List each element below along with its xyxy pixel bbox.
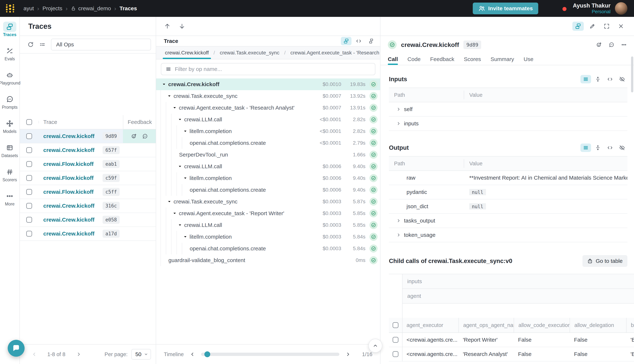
trace-op-link[interactable]: crewai.Crew.kickoff [43, 203, 95, 209]
ops-filter-dropdown[interactable]: All Ops [51, 39, 151, 50]
tree-row[interactable]: crewai.LLM.call$0.00069.40s [156, 160, 380, 172]
table-row[interactable]: crewai.Flow.kickoffc59f [20, 171, 156, 185]
row-checkbox[interactable] [393, 337, 399, 343]
support-chat-button[interactable] [8, 340, 25, 357]
tab-summary[interactable]: Summary [486, 54, 519, 65]
tree-row[interactable]: SerperDevTool._run1.66s [156, 149, 380, 160]
tab-feedback[interactable]: Feedback [425, 54, 459, 65]
next-trace-arrow-down-icon[interactable] [179, 23, 185, 29]
tree-row[interactable]: openai.chat.completions.create$0.00069.4… [156, 184, 380, 196]
tree-row[interactable]: crewai.Task.execute_sync$0.000713.92s [156, 90, 380, 102]
trace-cell[interactable]: crewai.Crew.kickoff316c [39, 202, 123, 210]
row-checkbox[interactable] [26, 175, 32, 181]
timeline-prev-icon[interactable] [190, 352, 195, 357]
eye-off-view-button[interactable] [617, 75, 627, 84]
close-button[interactable] [615, 22, 627, 31]
table-row[interactable]: crewai.Crew.kickoff316c [20, 199, 156, 213]
dots-icon[interactable] [621, 42, 627, 48]
collapse-chevron-icon[interactable] [176, 223, 183, 228]
tree-row[interactable]: litellm.completion<$0.00012.82s [156, 125, 380, 137]
path-tab[interactable]: crewai.Task.execute_sync [218, 46, 281, 59]
path-tab[interactable]: crewai.Crew.kickoff [163, 46, 211, 59]
row-checkbox[interactable] [26, 133, 32, 139]
expand-v-view-button[interactable] [592, 144, 603, 152]
menu-view-button[interactable] [580, 144, 591, 152]
trace-cell[interactable]: crewai.Flow.kickoffc59f [39, 174, 123, 182]
trace-cell[interactable]: crewai.Crew.kickoff9d89 [39, 132, 123, 140]
trace-cell[interactable]: crewai.Crew.kickoff657f [39, 146, 123, 154]
tree-row[interactable]: crewai.LLM.call<$0.00012.82s [156, 114, 380, 125]
previous-trace-arrow-up-icon[interactable] [164, 23, 170, 29]
trace-op-link[interactable]: crewai.Crew.kickoff [43, 133, 95, 139]
column-header-b[interactable]: b [626, 318, 634, 332]
comment-icon[interactable] [142, 134, 148, 139]
column-header-allow_code_execution[interactable]: allow_code_execution [514, 318, 570, 332]
breadcrumb-item-ayut[interactable]: ayut [24, 5, 34, 12]
kv-path-cell[interactable]: token_usage [389, 232, 464, 238]
per-page-select[interactable]: 50 [131, 349, 151, 360]
sidebar-item-evals[interactable]: Evals [0, 46, 20, 70]
sidebar-item-scorers[interactable]: Scorers [0, 167, 20, 191]
user-menu[interactable]: Ayush Thakur Personal [573, 2, 610, 14]
trace-op-link[interactable]: crewai.Crew.kickoff [43, 147, 95, 153]
breadcrumb-item-crewai_demo[interactable]: crewai_demo [71, 5, 111, 12]
trace-cell[interactable]: crewai.Crew.kickoffe058 [39, 216, 123, 224]
expand-v-view-button[interactable] [592, 75, 603, 84]
row-checkbox[interactable] [26, 147, 32, 153]
kv-path-cell[interactable]: self [389, 106, 464, 112]
collapse-chevron-icon[interactable] [166, 199, 173, 204]
go-to-table-button[interactable]: Go to table [582, 255, 627, 267]
kv-path-cell[interactable]: tasks_output [389, 218, 464, 224]
row-checkbox[interactable] [26, 231, 32, 236]
menu-view-button[interactable] [580, 75, 591, 84]
trace-op-link[interactable]: crewai.Crew.kickoff [43, 230, 95, 237]
scroll-to-top-button[interactable] [368, 339, 382, 353]
tab-use[interactable]: Use [519, 54, 538, 65]
select-all-checkbox[interactable] [393, 322, 399, 328]
table-row[interactable]: crewai.Crew.kickoffa17d [20, 227, 156, 241]
tree-row[interactable]: openai.chat.completions.create$0.00035.8… [156, 243, 380, 254]
table-row[interactable]: crewai.Flow.kickoffeab1 [20, 157, 156, 171]
collapse-chevron-icon[interactable] [182, 129, 189, 134]
select-all-checkbox[interactable] [26, 119, 32, 125]
op-name-filter-input[interactable] [175, 66, 371, 72]
trace-op-link[interactable]: crewai.Flow.kickoff [43, 175, 94, 181]
tree-row[interactable]: guardrail-validate_blog_content0ms [156, 254, 380, 266]
code-view-button[interactable] [605, 75, 615, 84]
table-row[interactable]: crewai.Crew.kickoffe058 [20, 213, 156, 227]
path-tab[interactable]: crewai.Agent.execute_task - 'Research An… [288, 46, 380, 59]
emoji-add-icon[interactable] [596, 42, 602, 48]
collapse-chevron-icon[interactable] [182, 176, 189, 180]
next-page-icon[interactable] [76, 352, 82, 357]
filter-rows-icon[interactable] [39, 42, 46, 48]
tree-row[interactable]: crewai.Agent.execute_task - 'Report Writ… [156, 208, 380, 219]
eye-off-view-button[interactable] [617, 144, 627, 152]
comment-icon[interactable] [609, 42, 614, 48]
table-row[interactable]: crewai.Crew.kickoff9d89 [20, 130, 156, 143]
collapse-chevron-icon[interactable] [161, 82, 167, 87]
column-header-agent_executor[interactable]: agent_executor [402, 318, 458, 332]
wandb-logo-icon[interactable] [5, 3, 16, 14]
sidebar-item-prompts[interactable]: Prompts [0, 94, 20, 118]
tab-scores[interactable]: Scores [459, 54, 486, 65]
sidebar-item-playground[interactable]: Playground [0, 70, 20, 94]
scrollbar-thumb[interactable] [631, 56, 633, 92]
timeline-slider-knob[interactable] [204, 351, 210, 357]
row-checkbox[interactable] [393, 351, 399, 357]
trace-op-link[interactable]: crewai.Flow.kickoff [43, 161, 94, 167]
collapse-chevron-icon[interactable] [176, 164, 183, 169]
tab-code[interactable]: Code [403, 54, 425, 65]
pencil-button[interactable] [587, 22, 598, 31]
view-board-button[interactable] [366, 37, 377, 45]
invite-teammates-button[interactable]: Invite teammates [473, 2, 538, 14]
refresh-icon[interactable] [28, 42, 34, 48]
trace-op-link[interactable]: crewai.Crew.kickoff [43, 217, 95, 223]
code-view-button[interactable] [605, 144, 615, 152]
column-header-agent_ops_agent_nan[interactable]: agent_ops_agent_nan [458, 318, 514, 332]
table-row[interactable]: crewai.Crew.kickoff657f [20, 143, 156, 157]
trace-cell[interactable]: crewai.Flow.kickoffc5ff [39, 188, 123, 196]
sidebar-item-datasets[interactable]: Datasets [0, 142, 20, 167]
collapse-chevron-icon[interactable] [176, 117, 183, 122]
timeline-next-icon[interactable] [345, 352, 351, 357]
tree-row[interactable]: crewai.Task.execute_sync$0.00035.87s [156, 196, 380, 208]
